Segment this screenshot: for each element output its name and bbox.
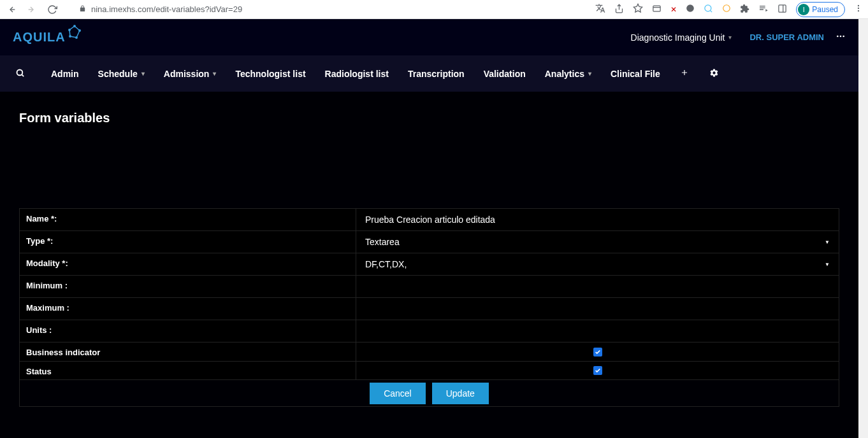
svg-marker-3 [634,4,642,12]
nav-analytics[interactable]: Analytics▾ [535,55,601,92]
row-modality: Modality *: DF,CT,DX, ▼ [19,253,839,275]
row-minimum: Minimum : [19,275,839,297]
chevron-down-icon: ▾ [588,70,591,77]
ext3-icon[interactable] [722,4,731,15]
checkbox-status-cell [356,362,839,379]
extension-icons: ✕ I Paused [595,2,863,17]
svg-point-20 [68,29,69,30]
svg-point-18 [75,36,76,38]
svg-point-21 [837,35,839,37]
nav-transcription[interactable]: Transcription [398,55,474,92]
input-maximum[interactable] [356,298,839,320]
profile-chip[interactable]: I Paused [796,2,845,17]
svg-rect-10 [779,4,786,11]
scrollbar[interactable] [858,19,868,438]
search-icon[interactable] [15,68,25,80]
translate-icon[interactable] [595,3,605,15]
svg-rect-4 [653,6,660,11]
caret-down-icon: ▼ [825,239,830,245]
nav-technologist[interactable]: Technologist list [226,55,315,92]
label-status: Status [20,362,356,379]
chevron-down-icon: ▾ [728,34,732,41]
label-type: Type *: [20,231,356,253]
row-maximum: Maximum : [19,297,839,320]
org-selector[interactable]: Diagnostic Imaging Unit ▾ [631,32,732,43]
gear-icon[interactable] [699,68,729,80]
more-icon[interactable] [835,31,846,44]
label-maximum: Maximum : [20,298,356,320]
checkbox-status[interactable] [593,366,602,375]
chevron-down-icon: ▾ [213,70,216,77]
logo-icon [67,25,82,40]
svg-point-6 [686,4,694,12]
playlist-icon[interactable] [758,3,769,15]
lock-icon [79,5,86,13]
page-title: Form variables [19,111,839,125]
back-button[interactable] [5,3,18,16]
label-business-indicator: Business indicator [20,343,356,361]
puzzle-icon[interactable] [740,4,749,15]
ext1-icon[interactable] [652,4,662,15]
nav-admission[interactable]: Admission▾ [154,55,226,92]
nav-radiologist[interactable]: Radiologist list [315,55,398,92]
key-icon[interactable] [704,4,713,15]
svg-point-22 [840,35,842,37]
select-type[interactable]: Textarea ▼ [356,231,839,253]
svg-point-7 [705,4,711,11]
row-name: Name *: Prueba Creacion articulo editada [19,208,839,230]
logo[interactable]: AQUILA [13,30,82,45]
profile-state: Paused [812,5,838,14]
svg-line-25 [22,74,24,76]
browser-toolbar: nina.imexhs.com/edit-variables?idVar=29 … [0,0,868,19]
svg-point-23 [843,35,844,37]
star-icon[interactable] [633,3,643,15]
row-type: Type *: Textarea ▼ [19,230,839,253]
nav-schedule[interactable]: Schedule▾ [89,55,154,92]
label-modality: Modality *: [20,253,356,275]
panel-icon[interactable] [778,4,787,15]
svg-point-19 [69,35,70,36]
cancel-button[interactable]: Cancel [370,383,426,404]
main-nav: Admin Schedule▾ Admission▾ Technologist … [0,55,858,92]
app-page: AQUILA Diagnostic Imaging Unit ▾ DR. SUP… [0,19,858,438]
row-business-indicator: Business indicator [19,342,839,361]
svg-point-14 [858,10,859,11]
svg-point-16 [73,25,75,26]
button-row: Cancel Update [19,380,839,407]
select-modality[interactable]: DF,CT,DX, ▼ [356,253,839,275]
label-units: Units : [20,320,356,342]
row-status: Status [19,361,839,380]
app-header: AQUILA Diagnostic Imaging Unit ▾ DR. SUP… [0,19,858,55]
nav-clinical[interactable]: Clinical File [601,55,670,92]
update-button[interactable]: Update [432,383,489,404]
svg-point-13 [858,8,859,9]
chevron-down-icon: ▾ [141,70,145,77]
input-minimum[interactable] [356,276,839,297]
plus-icon[interactable] [670,68,699,80]
url-text: nina.imexhs.com/edit-variables?idVar=29 [91,4,242,14]
svg-line-8 [711,10,712,12]
forward-button[interactable] [25,3,38,16]
content-area: Form variables Name *: Prueba Creacion a… [0,92,858,426]
nav-admin[interactable]: Admin [41,55,89,92]
label-name: Name *: [20,209,356,230]
checkbox-business-indicator-cell [356,343,839,361]
share-icon[interactable] [614,4,624,15]
svg-point-12 [858,5,859,6]
address-bar[interactable]: nina.imexhs.com/edit-variables?idVar=29 [66,4,588,14]
checkbox-business-indicator[interactable] [593,348,602,357]
reload-button[interactable] [46,3,59,16]
nav-validation[interactable]: Validation [474,55,535,92]
row-units: Units : [19,320,839,342]
input-units[interactable] [356,320,839,342]
input-name[interactable]: Prueba Creacion articulo editada [356,209,839,230]
svg-point-17 [78,29,80,31]
globe-icon[interactable] [686,4,695,15]
kebab-icon[interactable] [854,4,863,15]
profile-avatar: I [798,4,809,15]
user-name[interactable]: DR. SUPER ADMIN [749,32,824,42]
ext2-icon[interactable]: ✕ [670,5,677,14]
label-minimum: Minimum : [20,276,356,297]
svg-point-9 [723,5,730,12]
form-table: Name *: Prueba Creacion articulo editada… [19,208,839,407]
